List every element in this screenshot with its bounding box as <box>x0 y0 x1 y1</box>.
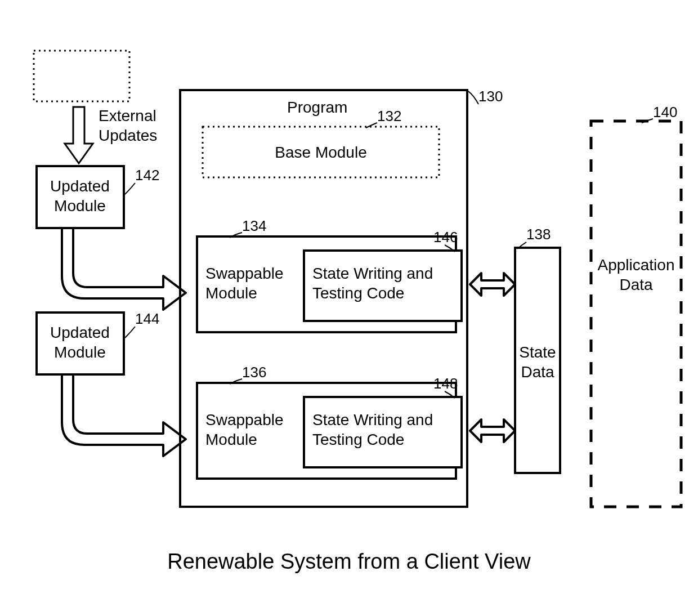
swap1-line2: Module <box>205 284 257 302</box>
ref-130: 130 <box>478 88 503 105</box>
ref-144: 144 <box>135 310 159 327</box>
external-updates-label-1: External <box>99 107 156 124</box>
arrow-swap2-state <box>470 419 515 442</box>
state-data-line1: State <box>519 343 556 361</box>
updated-module-2-line2: Module <box>54 343 106 361</box>
ref-138: 138 <box>526 226 551 243</box>
arrow-swap1-state <box>470 273 515 296</box>
external-updates-label-2: Updates <box>99 127 157 144</box>
code1-line1: State Writing and <box>312 265 433 282</box>
external-source-box <box>34 51 129 101</box>
code2-line2: Testing Code <box>312 431 404 448</box>
ref-136: 136 <box>242 364 266 381</box>
updated-module-1-line2: Module <box>54 197 106 215</box>
diagram-caption: Renewable System from a Client View <box>167 550 531 573</box>
swap1-line1: Swappable <box>205 265 284 282</box>
ref-142: 142 <box>135 167 159 184</box>
ref-148: 148 <box>433 375 458 392</box>
code1-line2: Testing Code <box>312 284 404 302</box>
updated-module-1-line1: Updated <box>50 177 110 195</box>
updated-module-2-line1: Updated <box>50 324 110 341</box>
arrow-updated1-to-swap1 <box>62 228 186 310</box>
base-module-label: Base Module <box>275 144 366 161</box>
state-data-line2: Data <box>521 363 554 381</box>
ref-134: 134 <box>242 217 266 234</box>
ref-132: 132 <box>377 108 401 124</box>
ref-144-leader <box>125 327 135 338</box>
application-data-box <box>591 121 681 507</box>
ref-142-leader <box>125 183 135 194</box>
swap2-line2: Module <box>205 431 257 448</box>
arrow-external-to-updated1 <box>65 107 93 163</box>
swap2-line1: Swappable <box>205 411 284 428</box>
app-data-line2: Data <box>619 276 653 293</box>
app-data-line1: Application <box>598 256 675 274</box>
arrow-updated2-to-swap2 <box>62 374 186 456</box>
ref-146: 146 <box>433 229 458 245</box>
diagram-canvas: External Updates Updated Module 142 Upda… <box>0 0 698 616</box>
program-title: Program <box>287 99 347 116</box>
ref-130-leader <box>468 91 478 104</box>
code2-line1: State Writing and <box>312 411 433 428</box>
ref-140: 140 <box>653 104 677 120</box>
